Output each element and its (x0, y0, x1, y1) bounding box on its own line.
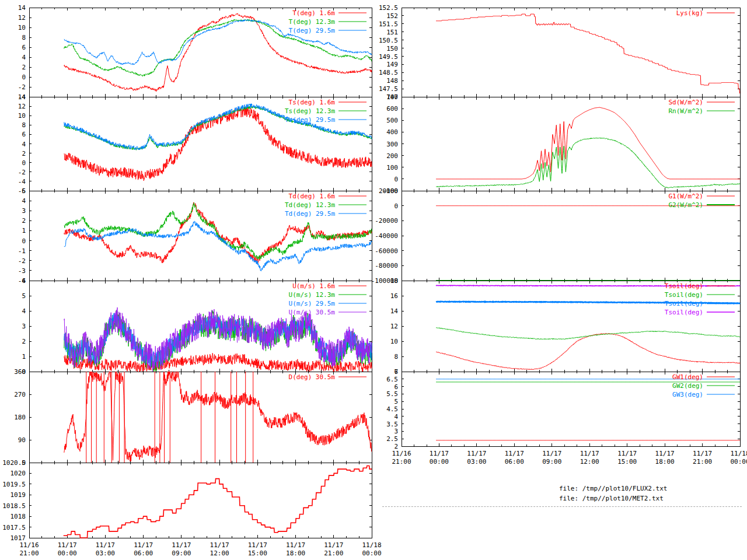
panel-wind-speed: 6543210U(m/s) 1.6mU(m/s) 12.3mU(m/s) 29.… (22, 277, 372, 376)
y-tick-label: 1018.5 (2, 502, 26, 510)
y-tick-label: 1017.5 (2, 524, 26, 531)
legend: GW1(deg)GW2(deg)GW3(deg) (672, 373, 735, 398)
y-tick-label: 180 (14, 414, 26, 421)
y-tick-label: 2 (22, 338, 26, 345)
y-tick-label: 3.5 (386, 421, 398, 428)
x-tick-time: 12:00 (210, 550, 229, 557)
plot-border (29, 372, 372, 463)
x-tick-time: 09:00 (542, 458, 561, 466)
y-tick-label: 3 (22, 207, 26, 215)
panel-soil-temperature: 181614121086Tsoil(deg)Tsoil(deg)Tsoil(de… (390, 277, 740, 376)
y-tick-label: -3 (18, 267, 26, 275)
legend-label: D(deg) 30.5m (289, 373, 336, 381)
legend: Lys(kg) (676, 9, 735, 17)
y-tick-label: 149.5 (379, 53, 398, 61)
y-tick-label: 1020.5 (2, 459, 26, 467)
legend-label: Td(deg) 1.6m (289, 192, 336, 200)
plot-border (402, 8, 740, 97)
legend: T(deg) 1.6mT(deg) 12.3mT(deg) 29.5m (289, 9, 366, 34)
legend-label: Tsoil(deg) (665, 300, 703, 307)
x-tick-time: 09:00 (172, 550, 191, 557)
x-tick-time: 03:00 (467, 458, 486, 466)
x-tick-time: 12:00 (580, 458, 599, 466)
y-tick-label: 151 (386, 29, 398, 36)
legend-label: U(m/s) 30.5m (289, 309, 336, 316)
y-tick-label: 3 (22, 323, 26, 330)
y-tick-label: 148 (386, 77, 398, 85)
legend: Sd(W/m^2)Rn(W/m^2) (668, 99, 735, 115)
y-tick-label: 10 (390, 338, 398, 345)
plots-canvas: 14121086420-2-4T(deg) 1.6mT(deg) 12.3mT(… (0, 0, 747, 560)
legend-label: G2(W/m^2) (668, 201, 703, 209)
panel-pressure: 1020.510201019.510191018.510181017.51017… (2, 459, 381, 557)
legend-label: GW1(deg) (672, 373, 703, 381)
legend-label: G1(W/m^2) (668, 192, 703, 200)
y-tick-label: 2 (22, 64, 26, 71)
legend-label: U(m/s) 29.5m (289, 300, 336, 307)
legend-label: Rn(W/m^2) (668, 107, 703, 115)
legend: U(m/s) 1.6mU(m/s) 12.3mU(m/s) 29.5mU(m/s… (289, 282, 366, 316)
x-tick-date: 11/17 (58, 541, 77, 549)
y-tick-label: 4 (22, 197, 26, 205)
x-tick-date: 11/17 (505, 450, 524, 457)
legend: G1(W/m^2)G2(W/m^2) (668, 192, 735, 209)
x-tick-date: 11/17 (324, 541, 343, 549)
x-tick-time: 15:00 (617, 458, 637, 466)
legend-label: Ts(deg) 12.3m (285, 107, 335, 115)
y-tick-label: -40000 (375, 232, 398, 240)
panel-ground-water-temperature: 76.565.554.543.532.52GW1(deg)GW2(deg)GW3… (386, 368, 747, 466)
y-tick-label: -80000 (375, 262, 398, 270)
x-ticks (402, 8, 740, 97)
y-tick-label: 8 (394, 353, 398, 360)
series-Sd(W/m^2) (436, 107, 740, 179)
y-tick-label: 500 (386, 117, 398, 124)
y-tick-label: 14 (18, 93, 26, 101)
legend-label: Td(deg) 12.3m (285, 201, 335, 209)
x-tick-date: 11/17 (248, 541, 267, 549)
x-tick-date: 11/17 (286, 541, 305, 549)
legend-label: GW3(deg) (672, 391, 703, 398)
y-tick-label: 147.5 (379, 85, 398, 93)
y-tick-label: -60000 (375, 247, 398, 255)
y-tick-label: 0 (22, 74, 26, 81)
legend-label: Sd(W/m^2) (668, 99, 703, 106)
x-tick-time: 21:00 (392, 458, 411, 466)
x-tick-date: 11/17 (617, 450, 637, 457)
y-tick-label: 0 (22, 159, 26, 167)
legend: Tsoil(deg)Tsoil(deg)Tsoil(deg)Tsoil(deg) (665, 282, 735, 316)
y-tick-label: 10 (18, 112, 26, 120)
legend-label: T(deg) 12.3m (289, 18, 336, 26)
x-tick-date: 11/17 (210, 541, 229, 549)
y-tick-label: 360 (14, 368, 26, 376)
y-axis-labels: 1020.510201019.510191018.510181017.51017 (2, 459, 372, 542)
y-tick-label: 12 (18, 14, 26, 22)
x-tick-date: 11/16 (392, 450, 411, 457)
x-ticks (29, 463, 372, 538)
y-tick-label: 0 (394, 202, 398, 210)
x-tick-date: 11/17 (467, 450, 486, 457)
y-tick-label: 270 (14, 391, 26, 398)
y-tick-label: 1 (22, 227, 26, 235)
y-tick-label: 150 (386, 45, 398, 52)
panel-radiation: 7006005004003002001000-100Sd(W/m^2)Rn(W/… (383, 93, 741, 195)
y-tick-label: 2 (22, 217, 26, 225)
legend-label: Ts(deg) 1.6m (289, 99, 336, 106)
legend-label: T(deg) 1.6m (292, 9, 335, 17)
legend-label: U(m/s) 12.3m (289, 291, 336, 299)
x-tick-date: 11/18 (362, 541, 381, 549)
series-Tsoil(deg) (436, 333, 740, 369)
y-tick-label: 6 (22, 44, 26, 51)
legend-label: Tsoil(deg) (665, 309, 703, 316)
y-tick-label: 12 (18, 103, 26, 110)
x-tick-time: 06:00 (505, 458, 524, 466)
x-tick-date: 11/17 (172, 541, 191, 549)
x-ticks (29, 372, 372, 463)
y-tick-label: 148.5 (379, 69, 398, 76)
legend: Ts(deg) 1.6mTs(deg) 12.3mTs(deg) 29.5m (285, 99, 366, 124)
y-tick-label: 90 (18, 436, 26, 444)
y-tick-label: 0 (394, 176, 398, 183)
legend-label: GW2(deg) (672, 382, 703, 390)
y-tick-label: 14 (18, 4, 26, 12)
y-tick-label: 5.5 (386, 390, 398, 398)
panel-dewpoint-temperature: 543210-1-2-3-4Td(deg) 1.6mTd(deg) 12.3mT… (18, 187, 372, 285)
